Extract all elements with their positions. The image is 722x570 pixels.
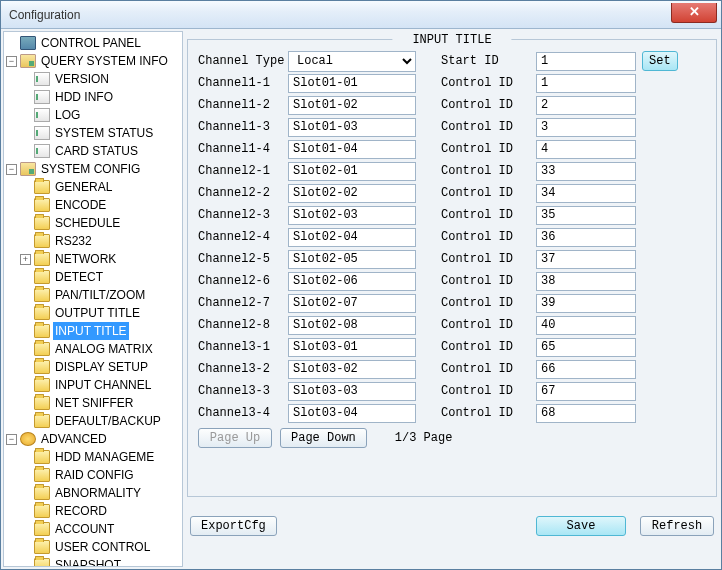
slot-input[interactable] xyxy=(288,338,416,357)
tree-analog-matrix[interactable]: ANALOG MATRIX xyxy=(18,340,182,358)
slot-input[interactable] xyxy=(288,404,416,423)
control-id-input[interactable] xyxy=(536,272,636,291)
tree-label: SCHEDULE xyxy=(53,214,122,232)
control-id-input[interactable] xyxy=(536,96,636,115)
tree-control-panel[interactable]: CONTROL PANEL xyxy=(4,34,182,52)
page-up-button[interactable]: Page Up xyxy=(198,428,272,448)
control-id-label: Control ID xyxy=(441,142,536,156)
slot-input[interactable] xyxy=(288,272,416,291)
control-id-label: Control ID xyxy=(441,208,536,222)
start-id-input[interactable] xyxy=(536,52,636,71)
set-button[interactable]: Set xyxy=(642,51,678,71)
slot-input[interactable] xyxy=(288,360,416,379)
tree-net-sniffer[interactable]: NET SNIFFER xyxy=(18,394,182,412)
control-id-input[interactable] xyxy=(536,140,636,159)
control-id-input[interactable] xyxy=(536,294,636,313)
control-id-input[interactable] xyxy=(536,228,636,247)
export-cfg-button[interactable]: ExportCfg xyxy=(190,516,277,536)
tree-encode[interactable]: ENCODE xyxy=(18,196,182,214)
slot-input[interactable] xyxy=(288,184,416,203)
page-icon xyxy=(34,108,50,122)
channel-rows: Channel1-1Control IDChannel1-2Control ID… xyxy=(198,72,706,424)
slot-input[interactable] xyxy=(288,294,416,313)
tree-hdd-info[interactable]: HDD INFO xyxy=(18,88,182,106)
tree-label: PAN/TILT/ZOOM xyxy=(53,286,147,304)
control-id-input[interactable] xyxy=(536,206,636,225)
page-icon xyxy=(34,90,50,104)
page-down-button[interactable]: Page Down xyxy=(280,428,367,448)
slot-input[interactable] xyxy=(288,74,416,93)
control-id-input[interactable] xyxy=(536,404,636,423)
slot-input[interactable] xyxy=(288,118,416,137)
gear-icon xyxy=(20,432,36,446)
page-info: 1/3 Page xyxy=(395,431,453,445)
control-id-input[interactable] xyxy=(536,338,636,357)
control-id-label: Control ID xyxy=(441,296,536,310)
tree-log[interactable]: LOG xyxy=(18,106,182,124)
tree-account[interactable]: ACCOUNT xyxy=(18,520,182,538)
slot-input[interactable] xyxy=(288,250,416,269)
control-id-input[interactable] xyxy=(536,382,636,401)
channel-row: Channel2-8Control ID xyxy=(198,314,706,336)
tree-pantilt[interactable]: PAN/TILT/ZOOM xyxy=(18,286,182,304)
slot-input[interactable] xyxy=(288,228,416,247)
tree-detect[interactable]: DETECT xyxy=(18,268,182,286)
tree-user-control[interactable]: USER CONTROL xyxy=(18,538,182,556)
folder-icon xyxy=(34,216,50,230)
tree-raid-config[interactable]: RAID CONFIG xyxy=(18,466,182,484)
channel-row: Channel1-3Control ID xyxy=(198,116,706,138)
control-id-input[interactable] xyxy=(536,184,636,203)
tree-display-setup[interactable]: DISPLAY SETUP xyxy=(18,358,182,376)
tree-label: DETECT xyxy=(53,268,105,286)
save-button[interactable]: Save xyxy=(536,516,626,536)
collapse-icon[interactable]: − xyxy=(6,56,17,67)
tree-record[interactable]: RECORD xyxy=(18,502,182,520)
group-icon xyxy=(20,162,36,176)
titlebar[interactable]: Configuration ✕ xyxy=(1,1,721,29)
tree-label: RECORD xyxy=(53,502,109,520)
control-id-input[interactable] xyxy=(536,316,636,335)
slot-input[interactable] xyxy=(288,382,416,401)
tree-advanced[interactable]: − ADVANCED xyxy=(4,430,182,448)
slot-input[interactable] xyxy=(288,316,416,335)
tree-card-status[interactable]: CARD STATUS xyxy=(18,142,182,160)
tree-abnormality[interactable]: ABNORMALITY xyxy=(18,484,182,502)
control-id-input[interactable] xyxy=(536,74,636,93)
control-id-input[interactable] xyxy=(536,162,636,181)
slot-input[interactable] xyxy=(288,96,416,115)
expand-icon[interactable]: + xyxy=(20,254,31,265)
tree-schedule[interactable]: SCHEDULE xyxy=(18,214,182,232)
slot-input[interactable] xyxy=(288,140,416,159)
tree-input-channel[interactable]: INPUT CHANNEL xyxy=(18,376,182,394)
channel-row: Channel1-4Control ID xyxy=(198,138,706,160)
tree-system-status[interactable]: SYSTEM STATUS xyxy=(18,124,182,142)
folder-icon xyxy=(34,270,50,284)
collapse-icon[interactable]: − xyxy=(6,164,17,175)
refresh-button[interactable]: Refresh xyxy=(640,516,714,536)
tree-version[interactable]: VERSION xyxy=(18,70,182,88)
close-button[interactable]: ✕ xyxy=(671,3,717,23)
tree-pane[interactable]: CONTROL PANEL − QUERY SYSTEM INFO VERSIO… xyxy=(3,31,183,567)
tree-hdd-management[interactable]: HDD MANAGEME xyxy=(18,448,182,466)
folder-icon xyxy=(34,342,50,356)
tree-input-title[interactable]: INPUT TITLE xyxy=(18,322,182,340)
control-id-input[interactable] xyxy=(536,360,636,379)
folder-icon xyxy=(34,252,50,266)
channel-label: Channel2-8 xyxy=(198,318,288,332)
tree-output-title[interactable]: OUTPUT TITLE xyxy=(18,304,182,322)
channel-label: Channel1-4 xyxy=(198,142,288,156)
tree-system-config[interactable]: − SYSTEM CONFIG xyxy=(4,160,182,178)
tree-network[interactable]: +NETWORK xyxy=(18,250,182,268)
slot-input[interactable] xyxy=(288,162,416,181)
channel-type-select[interactable]: Local xyxy=(288,51,416,72)
tree-general[interactable]: GENERAL xyxy=(18,178,182,196)
tree-default-backup[interactable]: DEFAULT/BACKUP xyxy=(18,412,182,430)
collapse-icon[interactable]: − xyxy=(6,434,17,445)
folder-icon xyxy=(34,468,50,482)
control-id-input[interactable] xyxy=(536,118,636,137)
tree-snapshot[interactable]: SNAPSHOT xyxy=(18,556,182,567)
slot-input[interactable] xyxy=(288,206,416,225)
control-id-input[interactable] xyxy=(536,250,636,269)
tree-query[interactable]: − QUERY SYSTEM INFO xyxy=(4,52,182,70)
tree-rs232[interactable]: RS232 xyxy=(18,232,182,250)
